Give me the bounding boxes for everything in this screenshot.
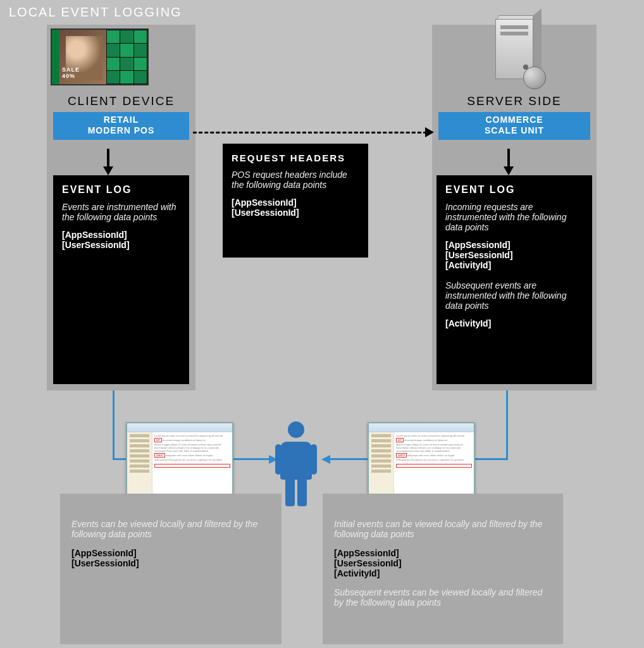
client-panel-title: CLIENT DEVICE <box>47 94 195 108</box>
event-viewer-left-icon: Lorem ipsum dolor sit amet consectetur a… <box>126 422 233 495</box>
bottom-left-points: [AppSessionId] [UserSessionId] <box>71 548 270 568</box>
dashed-arrow-line <box>193 132 427 134</box>
bottom-right-desc2: Subsequent events can be viewed locally … <box>334 587 552 608</box>
arrow-server-down-head <box>504 166 514 175</box>
arrow-client-down-head <box>103 166 113 175</box>
dashed-arrow-head <box>425 127 434 137</box>
bottom-right-panel: Initial events can be viewed locally and… <box>323 494 563 644</box>
client-eventlog-title: EVENT LOG <box>62 184 180 196</box>
bottom-left-panel: Events can be viewed locally and filtere… <box>60 494 282 644</box>
server-eventlog-title: EVENT LOG <box>445 184 583 196</box>
blue-arrow-to-person-right <box>321 455 330 464</box>
globe-icon <box>523 66 546 89</box>
tablet-sale-sub: 40% <box>62 73 75 79</box>
server-band-line2: SCALE UNIT <box>438 125 590 136</box>
blue-line-server-v <box>506 390 508 458</box>
request-headers-desc: POS request headers include the followin… <box>232 170 359 190</box>
blue-line-client-v <box>113 390 115 458</box>
server-eventlog-desc1: Incoming requests are instrumented with … <box>445 202 583 232</box>
client-event-log: EVENT LOG Events are instrumented with t… <box>53 175 189 384</box>
event-viewer-right-icon: Lorem ipsum dolor sit amet consectetur a… <box>368 422 475 495</box>
server-band-line1: COMMERCE <box>438 115 590 125</box>
page-title: LOCAL EVENT LOGGING <box>9 5 182 20</box>
person-icon <box>277 421 315 510</box>
server-blue-band: COMMERCE SCALE UNIT <box>438 112 590 140</box>
tablet-sale-label: SALE <box>62 66 80 73</box>
request-headers-box: REQUEST HEADERS POS request headers incl… <box>223 144 368 258</box>
bottom-right-points1: [AppSessionId] [UserSessionId] [Activity… <box>334 548 552 578</box>
bottom-right-desc1: Initial events can be viewed locally and… <box>334 519 552 539</box>
server-event-log: EVENT LOG Incoming requests are instrume… <box>437 175 592 384</box>
server-eventlog-points2: [ActivityId] <box>445 318 583 328</box>
tablet-device-icon: SALE 40% <box>51 28 149 85</box>
server-eventlog-points1: [AppSessionId] [UserSessionId] [Activity… <box>445 240 583 270</box>
server-panel-title: SERVER SIDE <box>432 94 597 108</box>
request-headers-title: REQUEST HEADERS <box>232 153 359 163</box>
server-eventlog-desc2: Subsequent events are instrumented with … <box>445 280 583 311</box>
bottom-left-desc: Events can be viewed locally and filtere… <box>71 519 270 539</box>
client-eventlog-desc: Events are instrumented with the followi… <box>62 202 180 222</box>
arrow-client-down-line <box>107 149 109 168</box>
arrow-server-down-line <box>507 149 510 168</box>
client-blue-band: RETAIL MODERN POS <box>53 112 189 140</box>
server-tower-icon <box>484 19 544 90</box>
client-band-line2: MODERN POS <box>53 125 189 136</box>
request-headers-points: [AppSessionId] [UserSessionId] <box>232 197 359 218</box>
client-band-line1: RETAIL <box>53 115 189 125</box>
client-eventlog-points: [AppSessionId] [UserSessionId] <box>62 230 180 250</box>
